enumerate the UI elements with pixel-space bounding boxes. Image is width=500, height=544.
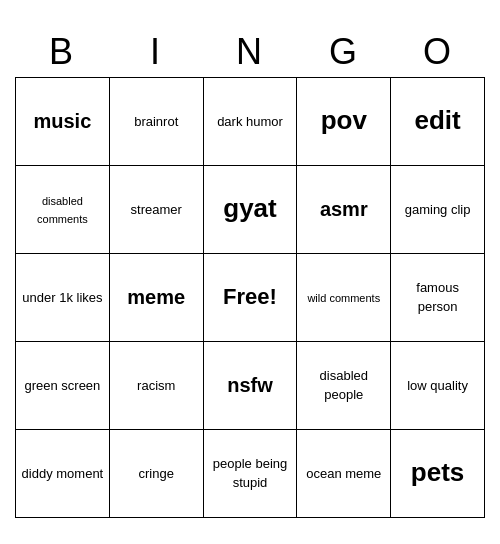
- cell-label: cringe: [139, 466, 174, 481]
- bingo-grid: musicbrainrotdark humorpoveditdisabled c…: [15, 77, 485, 518]
- bingo-cell: gaming clip: [391, 165, 485, 253]
- cell-label: disabled people: [320, 368, 368, 402]
- bingo-cell: asmr: [297, 165, 391, 253]
- bingo-cell: meme: [109, 253, 203, 341]
- bingo-cell: nsfw: [203, 341, 297, 429]
- bingo-cell: edit: [391, 77, 485, 165]
- bingo-cell: disabled people: [297, 341, 391, 429]
- bingo-cell: brainrot: [109, 77, 203, 165]
- header-g: G: [297, 27, 391, 77]
- header-o: O: [391, 27, 485, 77]
- bingo-row: green screenracismnsfwdisabled peoplelow…: [16, 341, 485, 429]
- bingo-cell: pets: [391, 429, 485, 517]
- cell-label: Free!: [223, 284, 277, 309]
- cell-label: racism: [137, 378, 175, 393]
- cell-label: diddy moment: [22, 466, 104, 481]
- cell-label: ocean meme: [306, 466, 381, 481]
- header-n: N: [203, 27, 297, 77]
- bingo-cell: low quality: [391, 341, 485, 429]
- bingo-cell: racism: [109, 341, 203, 429]
- bingo-cell: under 1k likes: [16, 253, 110, 341]
- cell-label: under 1k likes: [22, 290, 102, 305]
- bingo-cell: gyat: [203, 165, 297, 253]
- cell-label: wild comments: [307, 292, 380, 304]
- cell-label: pets: [411, 457, 464, 487]
- bingo-cell: famous person: [391, 253, 485, 341]
- bingo-row: diddy momentcringepeople being stupidoce…: [16, 429, 485, 517]
- cell-label: meme: [127, 286, 185, 308]
- bingo-cell: people being stupid: [203, 429, 297, 517]
- cell-label: gyat: [223, 193, 276, 223]
- cell-label: edit: [414, 105, 460, 135]
- bingo-cell: cringe: [109, 429, 203, 517]
- bingo-cell: streamer: [109, 165, 203, 253]
- cell-label: pov: [321, 105, 367, 135]
- bingo-cell: wild comments: [297, 253, 391, 341]
- cell-label: famous person: [416, 280, 459, 314]
- bingo-row: musicbrainrotdark humorpovedit: [16, 77, 485, 165]
- bingo-cell: music: [16, 77, 110, 165]
- bingo-cell: Free!: [203, 253, 297, 341]
- cell-label: asmr: [320, 198, 368, 220]
- bingo-cell: green screen: [16, 341, 110, 429]
- bingo-cell: disabled comments: [16, 165, 110, 253]
- cell-label: gaming clip: [405, 202, 471, 217]
- cell-label: people being stupid: [213, 456, 287, 490]
- header-i: I: [109, 27, 203, 77]
- cell-label: low quality: [407, 378, 468, 393]
- bingo-cell: diddy moment: [16, 429, 110, 517]
- cell-label: green screen: [24, 378, 100, 393]
- cell-label: streamer: [131, 202, 182, 217]
- cell-label: disabled comments: [37, 195, 88, 225]
- cell-label: nsfw: [227, 374, 273, 396]
- bingo-cell: ocean meme: [297, 429, 391, 517]
- cell-label: dark humor: [217, 114, 283, 129]
- bingo-row: disabled commentsstreamergyatasmrgaming …: [16, 165, 485, 253]
- cell-label: music: [34, 110, 92, 132]
- bingo-cell: dark humor: [203, 77, 297, 165]
- bingo-header: B I N G O: [15, 27, 485, 77]
- header-b: B: [15, 27, 109, 77]
- bingo-card-container: B I N G O musicbrainrotdark humorpovedit…: [15, 27, 485, 518]
- bingo-cell: pov: [297, 77, 391, 165]
- bingo-row: under 1k likesmemeFree!wild commentsfamo…: [16, 253, 485, 341]
- cell-label: brainrot: [134, 114, 178, 129]
